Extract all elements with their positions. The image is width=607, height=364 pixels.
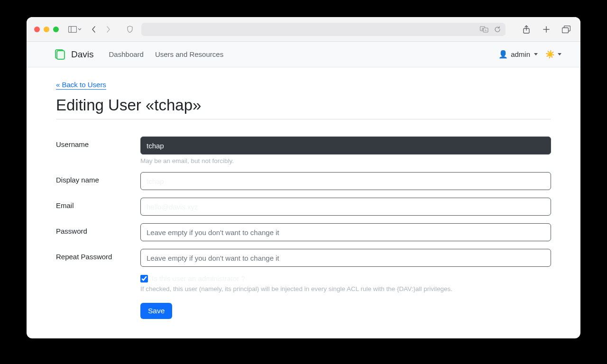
- tabs-button[interactable]: [560, 23, 573, 36]
- nav-dashboard[interactable]: Dashboard: [103, 47, 149, 61]
- email-label: Email: [56, 198, 140, 209]
- app-navbar: Davis Dashboard Users and Resources 👤 ad…: [27, 42, 580, 67]
- repeat-password-label: Repeat Password: [56, 249, 140, 261]
- user-menu[interactable]: 👤 admin: [498, 50, 538, 59]
- username-label: Username: [56, 136, 140, 148]
- admin-checkbox-help: If checked, this user (namely, its princ…: [140, 285, 551, 292]
- window-controls: [34, 27, 59, 32]
- user-name: admin: [511, 50, 530, 58]
- forward-button[interactable]: [101, 23, 115, 36]
- share-icon: [523, 25, 530, 34]
- password-label: Password: [56, 223, 140, 235]
- repeat-password-input[interactable]: [140, 249, 551, 267]
- share-button[interactable]: [520, 23, 533, 36]
- user-avatar-icon: 👤: [498, 50, 508, 59]
- caret-down-icon: [558, 53, 561, 55]
- sidebar-icon: [68, 26, 77, 33]
- svg-rect-8: [562, 27, 569, 33]
- admin-checkbox[interactable]: [140, 275, 148, 282]
- plus-icon: [543, 26, 550, 33]
- svg-rect-0: [69, 26, 77, 32]
- back-to-users-link[interactable]: « Back to Users: [56, 81, 106, 90]
- username-input: [140, 136, 551, 155]
- brand-logo-icon: [55, 48, 67, 61]
- admin-checkbox-label: Is this user an administrator ?: [152, 274, 245, 282]
- sun-icon: ☀️: [545, 50, 555, 59]
- nav-users-resources[interactable]: Users and Resources: [149, 47, 229, 61]
- brand-name: Davis: [71, 49, 94, 60]
- username-help: May be an email, but not forcibly.: [140, 157, 551, 164]
- page-title: Editing User «tchap»: [56, 96, 551, 119]
- chevron-down-icon: [78, 28, 82, 31]
- email-input[interactable]: [140, 198, 551, 216]
- tabs-icon: [562, 26, 570, 33]
- save-button[interactable]: Save: [140, 303, 172, 319]
- reload-icon: [494, 26, 501, 33]
- svg-text:A: A: [485, 29, 487, 32]
- chevron-right-icon: [106, 26, 110, 33]
- edit-user-form: Username May be an email, but not forcib…: [56, 136, 551, 319]
- titlebar: あA: [27, 17, 580, 42]
- minimize-window-button[interactable]: [44, 27, 49, 32]
- privacy-report-button[interactable]: [123, 23, 137, 36]
- fullscreen-window-button[interactable]: [53, 27, 59, 32]
- back-button[interactable]: [87, 23, 101, 36]
- theme-toggle[interactable]: ☀️: [545, 50, 561, 59]
- brand[interactable]: Davis: [55, 48, 94, 61]
- page-content: « Back to Users Editing User «tchap» Use…: [27, 67, 580, 338]
- browser-window: あA Davis: [27, 17, 580, 338]
- reload-button[interactable]: [494, 26, 501, 33]
- svg-text:あ: あ: [481, 27, 484, 31]
- password-input[interactable]: [140, 223, 551, 241]
- display-name-label: Display name: [56, 172, 140, 184]
- display-name-input[interactable]: [140, 172, 551, 190]
- close-window-button[interactable]: [34, 27, 40, 32]
- chevron-left-icon: [92, 26, 96, 33]
- caret-down-icon: [534, 53, 538, 55]
- shield-icon: [126, 26, 134, 33]
- address-bar[interactable]: あA: [141, 23, 506, 36]
- translate-icon[interactable]: あA: [480, 26, 489, 33]
- new-tab-button[interactable]: [540, 23, 553, 36]
- sidebar-toggle-button[interactable]: [68, 23, 82, 36]
